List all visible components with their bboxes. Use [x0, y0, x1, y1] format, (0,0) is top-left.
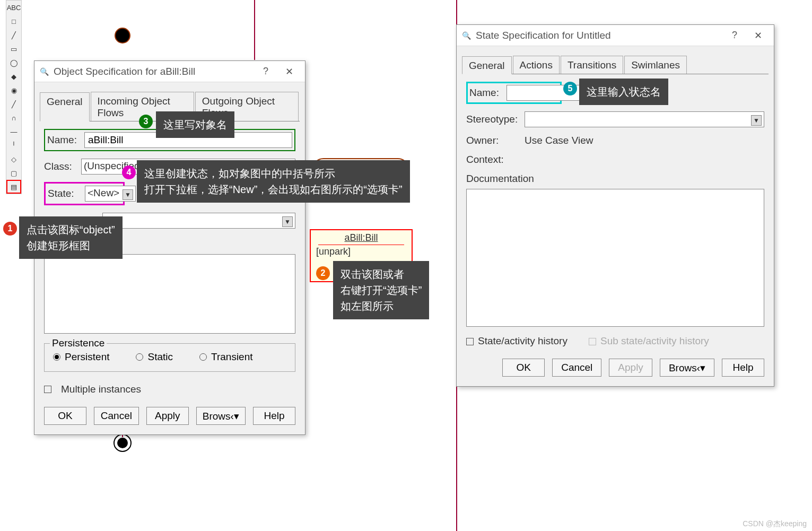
- tool-transition-icon[interactable]: ╱: [6, 97, 21, 111]
- close-icon[interactable]: ✕: [746, 27, 770, 44]
- state-label: State:: [48, 188, 80, 199]
- owner-label: Owner:: [466, 135, 519, 146]
- magnifier-icon: 🔍: [39, 66, 49, 77]
- apply-button: Apply: [609, 359, 652, 377]
- persistence-legend: Persistence: [50, 337, 107, 349]
- radio-static[interactable]: Static: [136, 351, 173, 363]
- ok-button[interactable]: OK: [502, 359, 545, 377]
- browse-button[interactable]: Brows‹▾: [196, 407, 246, 425]
- tool-vsync-icon[interactable]: ╵: [6, 138, 21, 152]
- state-combo[interactable]: <New>: [85, 186, 136, 202]
- help-title-button[interactable]: ?: [723, 27, 746, 44]
- tool-object-icon[interactable]: ▤: [6, 180, 21, 194]
- badge-4: 4: [122, 166, 136, 179]
- badge-2: 2: [316, 266, 330, 280]
- radio-transient[interactable]: Transient: [199, 351, 253, 363]
- watermark: CSDN @杰keeping: [743, 519, 807, 529]
- browse-button[interactable]: Brows‹▾: [660, 359, 714, 377]
- radio-persistent[interactable]: Persistent: [53, 351, 109, 363]
- owner-value: Use Case View: [525, 135, 593, 146]
- tool-note-icon[interactable]: □: [6, 14, 21, 28]
- badge-1: 1: [3, 222, 17, 236]
- chk-state-history[interactable]: [466, 338, 474, 345]
- stereotype-combo[interactable]: [102, 213, 295, 229]
- ok-button[interactable]: OK: [44, 407, 86, 425]
- end-node[interactable]: [113, 434, 132, 452]
- apply-button[interactable]: Apply: [146, 407, 189, 425]
- chk-substate-history: [589, 338, 596, 345]
- tool-end-icon[interactable]: ◉: [6, 83, 21, 97]
- dialog-title: Object Specification for aBill:Bill: [54, 66, 195, 77]
- cancel-button[interactable]: Cancel: [552, 359, 601, 377]
- annotation-5: 这里输入状态名: [579, 79, 668, 105]
- persistence-group: Persistence Persistent Static Transient: [44, 343, 295, 372]
- tool-palette: ABC □ ╱ ▭ ◯ ◆ ◉ ╱ ∩ — ╵ ◇ ▢ ▤: [6, 0, 22, 194]
- tab-actions[interactable]: Actions: [513, 56, 560, 74]
- help-button[interactable]: Help: [253, 407, 295, 425]
- tab-general[interactable]: General: [40, 92, 90, 121]
- tool-start-icon[interactable]: ◆: [6, 69, 21, 83]
- tab-swimlanes[interactable]: Swimlanes: [624, 56, 687, 74]
- badge-3: 3: [139, 115, 153, 128]
- annotation-4: 这里创建状态，如对象图中的中括号所示 打开下拉框，选择“New”，会出现如右图所…: [137, 160, 410, 203]
- tool-anchor-icon[interactable]: ╱: [6, 28, 21, 42]
- swimlane-divider-1: [254, 0, 255, 60]
- cancel-button[interactable]: Cancel: [94, 407, 139, 425]
- tab-general[interactable]: General: [462, 56, 512, 74]
- tab-transitions[interactable]: Transitions: [561, 56, 623, 74]
- badge-5: 5: [563, 82, 577, 95]
- start-node[interactable]: [115, 28, 130, 43]
- tool-decision-icon[interactable]: ◇: [6, 152, 21, 166]
- tool-state-icon[interactable]: ▭: [6, 42, 21, 56]
- class-label: Class:: [44, 161, 76, 172]
- tool-hsync-icon[interactable]: —: [6, 125, 21, 138]
- stereotype-combo[interactable]: [525, 111, 764, 127]
- multiple-checkbox[interactable]: [44, 386, 51, 393]
- annotation-1: 点击该图标“object” 创建矩形框图: [19, 216, 123, 259]
- name-label: Name:: [47, 134, 79, 146]
- tool-text-icon[interactable]: ABC: [6, 1, 21, 14]
- magnifier-icon: 🔍: [461, 30, 472, 41]
- tool-swimlane-icon[interactable]: ▢: [6, 166, 21, 180]
- help-title-button[interactable]: ?: [254, 63, 277, 80]
- dialog-title: State Specification for Untitled: [476, 30, 611, 41]
- titlebar[interactable]: 🔍 State Specification for Untitled ? ✕: [457, 25, 774, 46]
- tool-activity-icon[interactable]: ◯: [6, 56, 21, 69]
- object-title: aBill:Bill: [318, 230, 404, 245]
- object-state: [unpark]: [311, 245, 412, 258]
- tabs: General Actions Transitions Swimlanes: [462, 56, 769, 74]
- documentation-textarea[interactable]: [466, 189, 764, 327]
- stereotype-label: Stereotype:: [466, 114, 519, 125]
- tool-selftrans-icon[interactable]: ∩: [6, 111, 21, 125]
- annotation-3: 这里写对象名: [156, 111, 234, 138]
- multiple-label: Multiple instances: [61, 384, 141, 395]
- documentation-textarea[interactable]: [44, 254, 295, 334]
- titlebar[interactable]: 🔍 Object Specification for aBill:Bill ? …: [34, 61, 305, 82]
- name-label: Name:: [469, 87, 501, 99]
- close-icon[interactable]: ✕: [277, 63, 301, 80]
- context-label: Context:: [466, 154, 504, 166]
- annotation-2: 双击该图或者 右键打开“选项卡” 如左图所示: [333, 261, 429, 319]
- doc-label: Documentation: [466, 173, 534, 185]
- help-button[interactable]: Help: [722, 359, 764, 377]
